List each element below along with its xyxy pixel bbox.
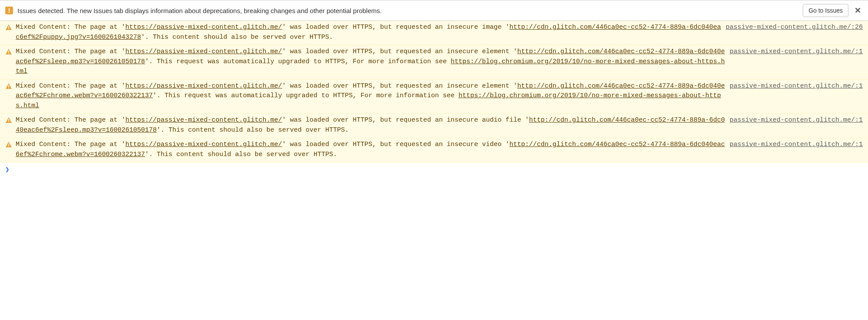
warning-text-fragment: '. This content should also be served ov… (157, 126, 349, 134)
svg-rect-3 (8, 53, 9, 54)
warning-text-fragment: Mixed Content: The page at ' (16, 141, 125, 148)
console-warning-row: Mixed Content: The page at 'https://pass… (0, 21, 868, 45)
svg-rect-0 (8, 26, 9, 28)
warning-text-fragment: Mixed Content: The page at ' (16, 24, 125, 31)
warning-text-fragment: Mixed Content: The page at ' (16, 48, 125, 55)
console-panel: ! Issues detected. The new Issues tab di… (0, 0, 868, 177)
console-warning-row: Mixed Content: The page at 'https://pass… (0, 45, 868, 80)
warning-text-fragment: Mixed Content: The page at ' (16, 82, 125, 90)
svg-rect-1 (8, 29, 9, 30)
warning-text-fragment: '. This content should also be served ov… (141, 34, 333, 41)
warning-text-fragment: '. This content should also be served ov… (145, 151, 337, 158)
svg-rect-9 (8, 146, 9, 147)
warning-text-fragment: ' was loaded over HTTPS, but requested a… (282, 82, 517, 90)
warning-triangle-icon (5, 117, 12, 124)
warning-text-fragment: ' was loaded over HTTPS, but requested a… (282, 48, 517, 55)
warning-text-fragment: '. This request was automatically upgrad… (145, 58, 451, 65)
source-location-link[interactable]: passive-mixed-content.glitch.me/:1 (730, 140, 863, 150)
console-warning-row: Mixed Content: The page at 'https://pass… (0, 80, 868, 114)
source-location-link[interactable]: passive-mixed-content.glitch.me/:1 (730, 116, 863, 126)
source-location-link[interactable]: passive-mixed-content.glitch.me/:26 (726, 23, 863, 33)
warning-message: Mixed Content: The page at 'https://pass… (16, 116, 730, 135)
warning-triangle-icon (5, 24, 12, 31)
page-url-link[interactable]: https://passive-mixed-content.glitch.me/ (125, 141, 282, 148)
warning-message: Mixed Content: The page at 'https://pass… (16, 82, 730, 111)
svg-rect-7 (8, 122, 9, 123)
console-warning-row: Mixed Content: The page at 'https://pass… (0, 114, 868, 138)
warning-triangle-icon (5, 83, 12, 90)
page-url-link[interactable]: https://passive-mixed-content.glitch.me/ (125, 116, 282, 124)
svg-rect-8 (8, 143, 9, 146)
warning-text-fragment: Mixed Content: The page at ' (16, 116, 125, 124)
console-warning-row: Mixed Content: The page at 'https://pass… (0, 138, 868, 163)
console-input-prompt[interactable]: ❯ (0, 163, 868, 177)
svg-rect-5 (8, 88, 9, 89)
issues-notification-bar: ! Issues detected. The new Issues tab di… (0, 0, 868, 21)
page-url-link[interactable]: https://passive-mixed-content.glitch.me/ (125, 82, 282, 90)
warning-triangle-icon (5, 48, 12, 55)
warning-message: Mixed Content: The page at 'https://pass… (16, 23, 726, 42)
page-url-link[interactable]: https://passive-mixed-content.glitch.me/ (125, 48, 282, 55)
warning-text-fragment: '. This request was automatically upgrad… (153, 92, 458, 99)
source-location-link[interactable]: passive-mixed-content.glitch.me/:1 (730, 47, 863, 57)
go-to-issues-button[interactable]: Go to Issues (803, 4, 848, 17)
page-url-link[interactable]: https://passive-mixed-content.glitch.me/ (125, 24, 282, 31)
source-location-link[interactable]: passive-mixed-content.glitch.me/:1 (730, 82, 863, 92)
issues-bar-text: Issues detected. The new Issues tab disp… (17, 7, 798, 14)
issues-badge-icon: ! (5, 7, 13, 14)
warning-text-fragment: ' was loaded over HTTPS, but requested a… (282, 141, 509, 148)
warning-text-fragment: ' was loaded over HTTPS, but requested a… (282, 24, 509, 31)
svg-rect-4 (8, 85, 9, 87)
warning-message: Mixed Content: The page at 'https://pass… (16, 47, 730, 77)
close-icon[interactable]: ✕ (853, 6, 863, 15)
warning-triangle-icon (5, 141, 12, 148)
svg-rect-6 (8, 119, 9, 121)
warning-message: Mixed Content: The page at 'https://pass… (16, 140, 730, 160)
svg-rect-2 (8, 51, 9, 53)
warning-text-fragment: ' was loaded over HTTPS, but requested a… (282, 116, 529, 124)
